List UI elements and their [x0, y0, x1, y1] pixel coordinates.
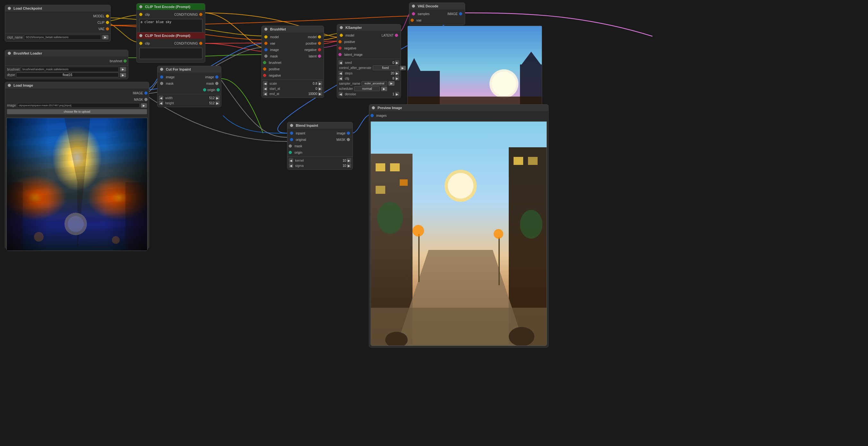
steps-inc-btn[interactable]: ▶ [395, 71, 399, 76]
svg-rect-1 [7, 182, 23, 250]
end-dec-btn[interactable]: ◀ [263, 91, 268, 96]
height-dec-btn[interactable]: ◀ [159, 101, 163, 105]
node-enable-11[interactable] [372, 106, 375, 110]
output-clip-port[interactable] [106, 21, 109, 24]
node-enable-2[interactable] [139, 34, 143, 37]
output-cond-2-port[interactable] [199, 42, 203, 45]
denoise-inc-btn[interactable]: ▶ [395, 92, 399, 96]
clip-text-2-input[interactable] [139, 48, 203, 59]
output-latent-ks-port[interactable] [395, 34, 398, 37]
input-image-bn-port[interactable] [264, 48, 268, 51]
input-origin-bi-label: origin [294, 151, 350, 154]
upload-btn[interactable]: choose file to upload [7, 109, 147, 114]
image-choose-btn[interactable]: ▶ [141, 103, 147, 108]
output-image-bi-port[interactable] [347, 131, 350, 135]
output-mask-port[interactable] [144, 98, 148, 101]
sigma-value: 10 [337, 164, 346, 168]
scale-inc-btn[interactable]: ▶ [318, 81, 322, 86]
output-vae-port[interactable] [106, 27, 109, 30]
input-positive-bn-port[interactable] [263, 67, 266, 70]
input-model-ks-label: model [345, 34, 354, 37]
input-inpaint-port[interactable] [290, 131, 293, 135]
start-inc-btn[interactable]: ▶ [318, 86, 322, 91]
output-image-cut-port[interactable] [215, 76, 218, 79]
input-negative-bn-port[interactable] [263, 74, 266, 77]
output-model-port[interactable] [106, 14, 109, 18]
input-model-bn-port[interactable] [264, 35, 268, 38]
input-mask-cut-port[interactable] [160, 82, 163, 85]
input-vae-bn-port[interactable] [264, 42, 268, 45]
sigma-dec-btn[interactable]: ◀ [289, 163, 293, 168]
width-dec-btn[interactable]: ◀ [159, 96, 163, 100]
svg-point-35 [377, 202, 403, 234]
input-vae-vd-port[interactable] [411, 19, 414, 22]
control-after-btn[interactable]: ▶ [400, 66, 406, 70]
node-enable-6[interactable] [264, 28, 268, 31]
node-enable-10[interactable] [290, 124, 293, 127]
output-negative-bn-port[interactable] [318, 48, 321, 51]
node-enable-dot[interactable] [8, 7, 11, 10]
node-enable-7[interactable] [340, 26, 343, 29]
input-image-cut-port[interactable] [160, 76, 163, 79]
node-enable-5[interactable] [160, 68, 163, 71]
brushnet-loader-header: BrushNet Loader [5, 50, 128, 57]
input-images-2-port[interactable] [371, 114, 374, 117]
start-label: start_at [268, 87, 307, 90]
input-latent-ks-port[interactable] [338, 53, 342, 56]
node-enable-1[interactable] [139, 5, 143, 8]
input-brushnet-bn-port[interactable] [263, 61, 266, 64]
kernel-inc-btn[interactable]: ▶ [347, 158, 351, 163]
seed-inc-btn[interactable]: ▶ [395, 60, 399, 65]
node-enable-8[interactable] [412, 4, 415, 8]
output-mask-cut-port[interactable] [215, 82, 218, 85]
dtype-btn[interactable]: ▶ [120, 73, 126, 77]
node-enable-4[interactable] [8, 84, 11, 87]
end-inc-btn[interactable]: ▶ [318, 91, 322, 96]
seed-value: 0 [384, 61, 394, 64]
input-mask-bn-port[interactable] [264, 55, 268, 58]
clip-text-1-input[interactable]: a clear blue sky [139, 19, 203, 33]
input-positive-ks-port[interactable] [338, 40, 342, 43]
blend-inpaint-header: Blend Inpaint [287, 122, 352, 129]
sigma-inc-btn[interactable]: ▶ [347, 163, 351, 168]
width-inc-btn[interactable]: ▶ [215, 96, 220, 100]
input-mask-bi-port[interactable] [289, 144, 292, 148]
brushnet-btn[interactable]: ▶ [120, 67, 126, 71]
start-dec-btn[interactable]: ◀ [263, 86, 268, 91]
control-after-label: control_after_generate [339, 66, 371, 70]
output-model-bn-port[interactable] [318, 35, 321, 38]
output-origin-cut-port[interactable] [217, 88, 220, 91]
kernel-dec-btn[interactable]: ◀ [289, 158, 293, 163]
output-image-vd-port[interactable] [459, 12, 462, 16]
output-cond-1-port[interactable] [199, 13, 203, 16]
output-mask-bi-port[interactable] [347, 138, 350, 141]
ckpt-choose-btn[interactable]: ▶ [102, 35, 108, 39]
cfg-inc-btn[interactable]: ▶ [395, 76, 399, 81]
scheduler-btn[interactable]: ▶ [381, 87, 387, 91]
input-origin-cut-port[interactable] [203, 88, 206, 91]
input-clip-2-port[interactable] [139, 42, 143, 45]
input-original-port[interactable] [290, 138, 293, 141]
clip-text-encode-2-node: CLIP Text Encode (Prompt) clip CONDITION… [136, 32, 205, 63]
cfg-dec-btn[interactable]: ◀ [338, 76, 343, 81]
input-model-ks-port[interactable] [340, 34, 343, 37]
input-samples-port[interactable] [412, 12, 415, 16]
cut-for-inpaint-header: Cut For Inpaint [157, 66, 221, 72]
load-image-node: Load Image IMAGE MASK image clipspace/cl… [5, 82, 149, 249]
output-image-port[interactable] [144, 91, 148, 95]
input-origin-bi-port[interactable] [289, 151, 292, 154]
height-inc-btn[interactable]: ▶ [215, 101, 220, 105]
scale-dec-btn[interactable]: ◀ [263, 81, 268, 86]
output-positive-bn-port[interactable] [318, 42, 321, 45]
sampler-name-btn[interactable]: ▶ [389, 81, 395, 86]
output-latent-bn-port[interactable] [318, 55, 321, 58]
seed-dec-btn[interactable]: ◀ [338, 60, 343, 65]
input-clip-1-port[interactable] [139, 13, 143, 16]
steps-dec-btn[interactable]: ◀ [338, 71, 343, 76]
node-enable-3[interactable] [8, 52, 11, 55]
input-negative-ks-port[interactable] [338, 47, 342, 50]
dtype-value: float16 [16, 72, 119, 77]
blend-inpaint-node: Blend Inpaint inpaint image original [287, 122, 353, 170]
output-brushnet-port[interactable] [124, 59, 127, 63]
denoise-dec-btn[interactable]: ◀ [338, 92, 343, 96]
